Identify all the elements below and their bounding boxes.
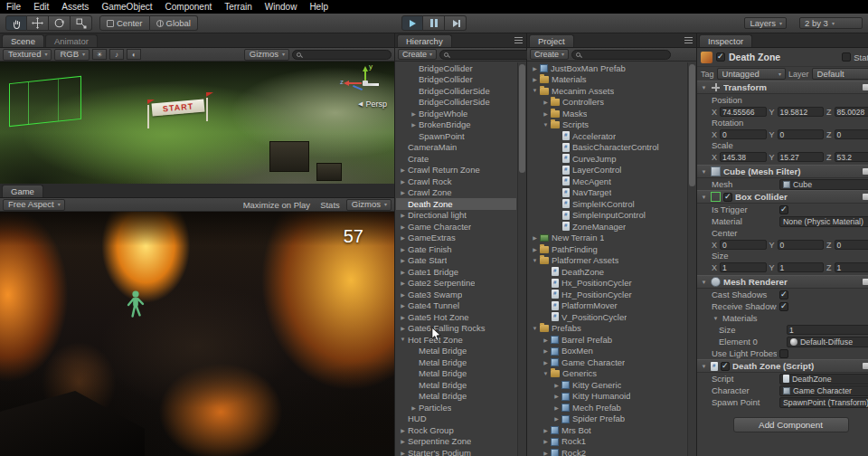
game-viewport[interactable]: 57 [0,212,394,456]
axis-x-arrow[interactable] [348,82,362,84]
hand-tool-button[interactable] [5,15,27,31]
pause-button[interactable] [423,15,445,31]
hierarchy-item[interactable]: ▶ Gate4 Tunnel [396,300,516,312]
add-component-button[interactable]: Add Component [733,417,849,432]
z-field[interactable]: 1 [835,262,868,272]
tab-game[interactable]: Game [2,185,43,197]
size-field[interactable]: 1 [787,325,868,335]
hierarchy-item[interactable]: Metal Bridge [396,368,516,380]
project-item[interactable]: PlatformMover [528,300,686,312]
project-item[interactable]: ▶ New Terrain 1 [528,233,686,244]
x-field[interactable]: 1 [720,262,767,272]
hierarchy-item[interactable]: HUD [396,413,516,425]
hierarchy-item[interactable]: ▶ GameExtras [396,233,516,244]
hierarchy-item[interactable]: BridgeColliderSide [396,97,516,109]
foldout-icon[interactable]: ▼ [700,195,708,200]
static-checkbox[interactable] [842,52,851,62]
layers-dropdown[interactable]: Layers▾ [744,17,787,29]
project-item[interactable]: ▶ PathFinding [528,243,686,255]
menu-item[interactable]: Assets [55,0,95,14]
expand-arrow[interactable]: ▶ [398,178,408,185]
project-item[interactable]: ▶ JustBoxMan Prefab [528,62,686,74]
expand-arrow[interactable]: ▶ [541,110,551,117]
project-item[interactable]: ▼ Platformer Assets [528,255,686,267]
hierarchy-item[interactable]: ▶ Game Character [396,221,516,233]
mesh-filter-header[interactable]: ▼ Cube (Mesh Filter) ⚙ [697,165,868,178]
scrollbar-thumb[interactable] [689,64,695,186]
expand-arrow[interactable]: ▼ [541,122,551,128]
hierarchy-item[interactable]: ▶ Gate3 Swamp [396,289,516,300]
rotate-tool-button[interactable] [49,15,71,31]
spawn-point-field[interactable]: SpawnPoint (Transform) [779,397,868,408]
tab-scene[interactable]: Scene [2,34,44,47]
expand-arrow[interactable]: ▼ [398,337,408,342]
expand-arrow[interactable]: ▼ [541,371,551,376]
project-item[interactable]: CurveJump [528,153,686,165]
project-item[interactable]: ▶ Spider Prefab [528,413,686,425]
foldout-icon[interactable]: ▼ [700,364,708,369]
hierarchy-search[interactable] [439,50,539,60]
cast-shadows-checkbox[interactable] [779,290,788,299]
project-item[interactable]: ▶ Masks [528,108,686,119]
mesh-renderer-header[interactable]: ▼ Mesh Renderer ⚙ [697,275,868,289]
project-item[interactable]: ▶ Mrs Bot [528,424,686,436]
step-button[interactable] [445,15,467,31]
orientation-gizmo[interactable]: y z [345,64,385,100]
project-scrollbar[interactable] [687,62,696,456]
hierarchy-item[interactable]: BridgeColliderSide [396,85,516,97]
materials-foldout[interactable]: ▼ Materials [697,312,868,324]
hierarchy-item[interactable]: ▶ Crawl Rock [396,176,516,187]
menu-item[interactable]: GameObject [95,0,158,14]
component-enabled-checkbox[interactable] [723,193,732,202]
static-toggle[interactable]: Static ▾ [842,52,868,62]
tab-hierarchy[interactable]: Hierarchy [397,34,452,47]
panel-menu-icon[interactable] [684,37,693,43]
hierarchy-item[interactable]: SpawnPoint [396,130,516,142]
project-item[interactable]: ▶ Game Character [528,356,686,368]
scene-audio-toggle[interactable]: ♪ [109,49,124,60]
expand-arrow[interactable]: ▶ [552,415,561,422]
project-item[interactable]: Accelerator [528,130,686,142]
receive-shadows-checkbox[interactable] [779,302,788,311]
gizmo-center-cube[interactable] [363,81,368,86]
expand-arrow[interactable]: ▶ [530,246,540,252]
hierarchy-item[interactable]: ▶ Starter's Podium [396,447,516,456]
maximize-on-play-toggle[interactable]: Maximize on Play [240,200,314,210]
project-item[interactable]: NavTarget [528,187,686,199]
project-item[interactable]: ▼ Prefabs [528,323,686,335]
scene-gizmos-dropdown[interactable]: Gizmos▾ [244,49,289,61]
transform-header[interactable]: ▼ Transform ⚙ [697,81,868,94]
scrollbar-thumb[interactable] [519,64,525,173]
expand-arrow[interactable]: ▶ [398,427,408,433]
project-item[interactable]: V_PositionCycler [528,311,686,323]
menu-item[interactable]: Window [259,0,304,14]
foldout-icon[interactable]: ▼ [700,169,708,175]
panel-menu-icon[interactable] [514,37,523,43]
create-button[interactable]: Create▾ [530,49,569,60]
project-item[interactable]: MecAgent [528,176,686,187]
help-icon[interactable] [863,84,868,90]
hierarchy-item[interactable]: ▶ Crawl Zone [396,187,516,199]
hierarchy-item[interactable]: Metal Bridge [396,356,516,368]
render-channels-dropdown[interactable]: RGB▾ [54,49,90,61]
project-search-input[interactable] [583,50,666,59]
hierarchy-item[interactable]: BridgeCollider [396,62,516,74]
menu-item[interactable]: File [0,0,27,14]
play-button[interactable] [401,15,423,31]
project-item[interactable]: BasicCharacterControl [528,142,686,154]
hierarchy-item[interactable]: ▶ Gate2 Serpentine [396,278,516,290]
create-button[interactable]: Create▾ [398,49,437,60]
expand-arrow[interactable]: ▶ [398,189,408,195]
expand-arrow[interactable]: ▶ [398,302,408,309]
foldout-icon[interactable]: ▼ [700,85,708,90]
component-enabled-checkbox[interactable] [721,362,730,371]
material-element-field[interactable]: Default-Diffuse [787,337,868,347]
hierarchy-item[interactable]: ▶ Directional light [396,210,516,222]
hierarchy-item[interactable]: CameraMain [396,142,516,154]
y-field[interactable]: 19.5812 [778,107,825,117]
project-item[interactable]: DeathZone [528,266,686,278]
death-zone-script-header[interactable]: ▼ Death Zone (Script) ⚙ [697,359,868,373]
expand-arrow[interactable]: ▶ [398,234,408,241]
mesh-object-field[interactable]: Cube [779,179,868,190]
game-gizmos-dropdown[interactable]: Gizmos▾ [346,199,392,211]
